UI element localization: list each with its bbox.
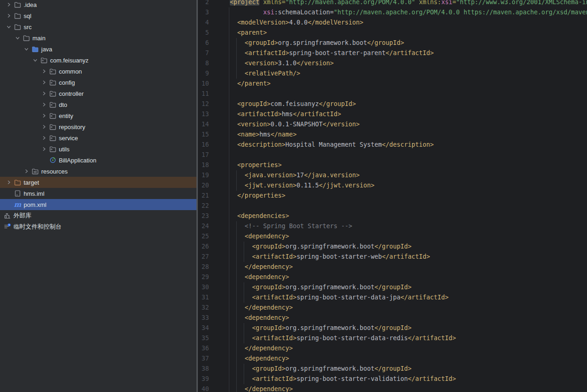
code-text xyxy=(209,150,230,160)
chevron-right-icon[interactable] xyxy=(39,79,49,86)
editor-line[interactable]: 28 </dependency> xyxy=(198,262,587,272)
editor-line[interactable]: 12 <groupId>com.feisuanyz</groupId> xyxy=(198,99,587,109)
editor-line[interactable]: 17 xyxy=(198,150,587,160)
editor-line[interactable]: 21 </properties> xyxy=(198,191,587,201)
editor-line[interactable]: 40 </dependency> xyxy=(198,384,587,392)
tree-item-service[interactable]: service xyxy=(0,132,198,143)
editor-line[interactable]: 36 </dependency> xyxy=(198,343,587,354)
line-number: 11 xyxy=(198,89,209,99)
tree-item-main[interactable]: main xyxy=(0,32,198,44)
editor-line[interactable]: 19 <java.version>17</java.version> xyxy=(198,170,587,180)
editor-line[interactable]: 20 <jjwt.version>0.11.5</jjwt.version> xyxy=(198,180,587,191)
tree-item-scratches-and-consoles[interactable]: 临时文件和控制台 xyxy=(0,221,198,232)
tree-item-label: dto xyxy=(59,101,71,108)
line-number: 13 xyxy=(198,109,209,119)
chevron-right-icon[interactable] xyxy=(4,179,14,186)
line-number: 2 xyxy=(198,0,209,7)
editor-line[interactable]: 15 <name>hms</name> xyxy=(198,130,587,140)
editor-line[interactable]: 25 <dependency> xyxy=(198,231,587,242)
line-number: 23 xyxy=(198,211,209,221)
tree-item-billapplication[interactable]: BillApplication xyxy=(0,155,198,166)
chevron-down-icon[interactable] xyxy=(13,34,23,42)
chevron-right-icon[interactable] xyxy=(39,101,49,108)
chevron-right-icon[interactable] xyxy=(21,168,32,175)
chevron-right-icon[interactable] xyxy=(39,134,49,142)
folder-icon xyxy=(14,12,21,19)
chevron-right-icon[interactable] xyxy=(39,123,49,131)
code-text: </dependency> xyxy=(209,384,293,392)
chevron-right-icon[interactable] xyxy=(4,1,14,8)
editor-line[interactable]: 6 <groupId>org.springframework.boot</gro… xyxy=(198,38,587,48)
tree-item-target[interactable]: target xyxy=(0,177,198,188)
chevron-down-icon[interactable] xyxy=(21,45,32,53)
editor-line[interactable]: 27 <artifactId>spring-boot-starter-web</… xyxy=(198,252,587,262)
tree-item-pom-xml[interactable]: mpom.xml xyxy=(0,199,197,210)
code-text: <groupId>org.springframework.boot</group… xyxy=(209,282,411,292)
editor-line[interactable]: 14 <version>0.0.1-SNAPSHOT</version> xyxy=(198,119,587,130)
tree-item-label: sql xyxy=(24,12,35,19)
editor-line[interactable]: 13 <artifactId>hms</artifactId> xyxy=(198,109,587,119)
editor-line[interactable]: 22 xyxy=(198,201,587,211)
code-text: <dependency> xyxy=(209,272,289,282)
tree-item-src[interactable]: src xyxy=(0,21,198,32)
line-number: 22 xyxy=(198,201,209,211)
editor-line[interactable]: 11 xyxy=(198,89,587,99)
tree-item-common[interactable]: common xyxy=(0,66,198,77)
editor-line[interactable]: 35 <artifactId>spring-boot-starter-data-… xyxy=(198,333,587,343)
tree-item-entity[interactable]: entity xyxy=(0,110,198,121)
tree-item-utils[interactable]: utils xyxy=(0,143,198,155)
editor-line[interactable]: 30 <groupId>org.springframework.boot</gr… xyxy=(198,282,587,292)
editor-line[interactable]: 31 <artifactId>spring-boot-starter-data-… xyxy=(198,292,587,303)
chevron-right-icon[interactable] xyxy=(4,12,14,19)
line-number: 34 xyxy=(198,323,209,333)
chevron-right-icon[interactable] xyxy=(39,68,49,75)
tree-item-java[interactable]: java xyxy=(0,44,198,55)
chevron-down-icon[interactable] xyxy=(30,56,40,64)
tree-item-external-libraries[interactable]: 外部库 xyxy=(0,210,198,221)
editor-line[interactable]: 39 <artifactId>spring-boot-starter-valid… xyxy=(198,374,587,384)
editor-line[interactable]: 32 </dependency> xyxy=(198,303,587,313)
maven-icon: m xyxy=(14,201,21,208)
line-number: 8 xyxy=(198,58,209,68)
editor-line[interactable]: 8 <version>3.1.0</version> xyxy=(198,58,587,68)
editor-line[interactable]: 26 <groupId>org.springframework.boot</gr… xyxy=(198,242,587,252)
editor-line[interactable]: 3 xsi:schemaLocation="http://maven.apach… xyxy=(198,7,587,18)
editor-line[interactable]: 9 <relativePath/> xyxy=(198,68,587,79)
tree-item-controller[interactable]: controller xyxy=(0,88,198,99)
editor-line[interactable]: 38 <groupId>org.springframework.boot</gr… xyxy=(198,364,587,374)
chevron-right-icon[interactable] xyxy=(39,90,49,97)
tree-item-repository[interactable]: repository xyxy=(0,121,198,132)
chevron-right-icon[interactable] xyxy=(39,145,49,153)
tree-item-dto[interactable]: dto xyxy=(0,99,198,110)
tree-item-hms-iml[interactable]: hms.iml xyxy=(0,188,198,199)
editor-line[interactable]: 10 </parent> xyxy=(198,79,587,89)
editor-line[interactable]: 37 <dependency> xyxy=(198,354,587,364)
tree-item-sql[interactable]: sql xyxy=(0,10,198,21)
chevron-right-icon[interactable] xyxy=(39,112,49,119)
editor-line[interactable]: 23 <dependencies> xyxy=(198,211,587,221)
editor-line[interactable]: 16 <description>Hospital Management Syst… xyxy=(198,140,587,150)
tree-item-config[interactable]: config xyxy=(0,77,198,88)
line-number: 27 xyxy=(198,252,209,262)
editor-line[interactable]: 34 <groupId>org.springframework.boot</gr… xyxy=(198,323,587,333)
line-number: 17 xyxy=(198,150,209,160)
code-text: <artifactId>spring-boot-starter-web</art… xyxy=(209,252,430,262)
tree-item-resources[interactable]: resources xyxy=(0,166,198,177)
chevron-down-icon[interactable] xyxy=(4,23,14,31)
tree-item-com-feisuanyz[interactable]: com.feisuanyz xyxy=(0,55,198,66)
editor-line[interactable]: 7 <artifactId>spring-boot-starter-parent… xyxy=(198,48,587,58)
tree-item-label: target xyxy=(24,179,43,186)
tree-item-label: java xyxy=(41,46,56,53)
package-icon xyxy=(49,145,57,153)
editor-line[interactable]: 18 <properties> xyxy=(198,160,587,170)
editor-line[interactable]: 2<project xmlns="http://maven.apache.org… xyxy=(198,0,587,7)
editor-line[interactable]: 5 <parent> xyxy=(198,28,587,38)
line-number: 14 xyxy=(198,119,209,130)
editor-line[interactable]: 4 <modelVersion>4.0.0</modelVersion> xyxy=(198,18,587,28)
editor-line[interactable]: 24 <!-- Spring Boot Starters --> xyxy=(198,221,587,231)
editor-line[interactable]: 33 <dependency> xyxy=(198,313,587,323)
tree-item-idea[interactable]: .idea xyxy=(0,0,198,10)
editor-pane[interactable]: 2<project xmlns="http://maven.apache.org… xyxy=(198,0,587,392)
tree-item-label: pom.xml xyxy=(24,201,50,208)
editor-line[interactable]: 29 <dependency> xyxy=(198,272,587,282)
